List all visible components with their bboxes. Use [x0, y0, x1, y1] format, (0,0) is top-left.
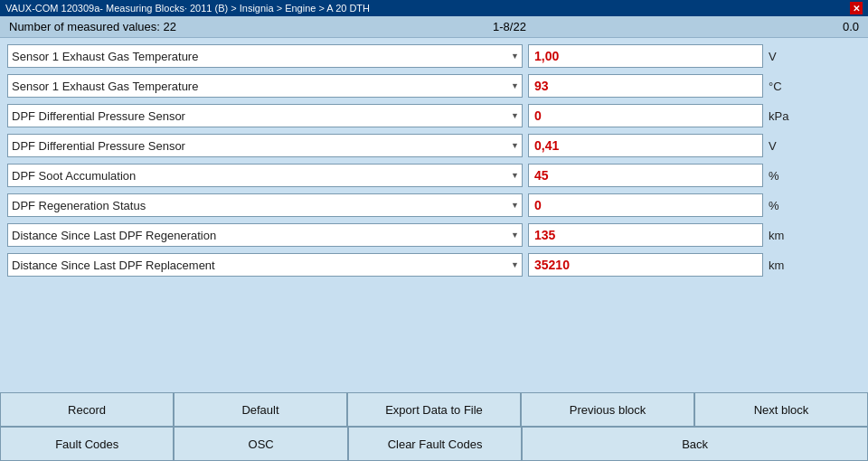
- sensor-value: 35210: [528, 253, 763, 277]
- next-block-button[interactable]: Next block: [694, 392, 868, 427]
- osc-button[interactable]: OSC: [174, 427, 347, 461]
- sensor-unit: km: [769, 229, 800, 242]
- sensor-select-wrapper[interactable]: DPF Regeneration Status: [7, 193, 523, 217]
- title-bar: VAUX-COM 120309a- Measuring Blocks· 2011…: [0, 0, 868, 16]
- sensor-select-wrapper[interactable]: DPF Differential Pressure Sensor: [7, 134, 523, 157]
- clear-fault-codes-button[interactable]: Clear Fault Codes: [348, 427, 522, 461]
- sensor-row: Sensor 1 Exhaust Gas Temperature93°C: [7, 73, 861, 99]
- sensor-row: DPF Regeneration Status0%: [7, 193, 861, 218]
- bottom-buttons: Record Default Export Data to File Previ…: [0, 392, 868, 461]
- sensor-unit: %: [769, 169, 800, 183]
- measured-values-label: Number of measured values: 22: [9, 20, 176, 33]
- sensor-select[interactable]: DPF Differential Pressure Sensor: [7, 104, 523, 127]
- sensor-unit: %: [769, 199, 800, 212]
- sensor-unit: V: [769, 50, 800, 63]
- sensor-row: DPF Differential Pressure Sensor0kPa: [7, 103, 861, 128]
- sensor-value: 0: [528, 193, 763, 217]
- title-text: VAUX-COM 120309a- Measuring Blocks· 2011…: [5, 3, 370, 14]
- main-content: Sensor 1 Exhaust Gas Temperature1,00VSen…: [0, 38, 868, 283]
- fault-codes-button[interactable]: Fault Codes: [0, 427, 174, 461]
- sensor-row: Distance Since Last DPF Replacement35210…: [7, 252, 861, 278]
- previous-block-button[interactable]: Previous block: [521, 392, 694, 427]
- sensor-select[interactable]: Distance Since Last DPF Regeneration: [7, 223, 523, 247]
- sensor-value: 135: [528, 223, 763, 247]
- sensor-select-wrapper[interactable]: Sensor 1 Exhaust Gas Temperature: [7, 74, 523, 98]
- button-row-2: Fault Codes OSC Clear Fault Codes Back: [0, 427, 868, 461]
- sensor-select[interactable]: DPF Regeneration Status: [7, 193, 523, 217]
- sensor-value: 0,41: [528, 134, 763, 157]
- sensor-value: 1,00: [528, 44, 763, 68]
- sensor-row: Sensor 1 Exhaust Gas Temperature1,00V: [7, 43, 861, 69]
- sensor-select[interactable]: DPF Soot Accumulation: [7, 164, 523, 187]
- sensor-row: DPF Differential Pressure Sensor0,41V: [7, 133, 861, 158]
- sensor-value: 93: [528, 74, 763, 98]
- sensor-value: 0: [528, 104, 763, 127]
- sensor-value: 45: [528, 164, 763, 187]
- sensor-row: Distance Since Last DPF Regeneration135k…: [7, 222, 861, 248]
- range-label: 1-8/22: [493, 20, 526, 33]
- sensor-select[interactable]: Sensor 1 Exhaust Gas Temperature: [7, 44, 523, 68]
- sensor-select-wrapper[interactable]: Sensor 1 Exhaust Gas Temperature: [7, 44, 523, 68]
- sensor-select[interactable]: DPF Differential Pressure Sensor: [7, 134, 523, 157]
- sensor-select-wrapper[interactable]: DPF Soot Accumulation: [7, 164, 523, 187]
- sensor-unit: kPa: [769, 109, 800, 123]
- sensor-select-wrapper[interactable]: DPF Differential Pressure Sensor: [7, 104, 523, 127]
- sensor-select[interactable]: Sensor 1 Exhaust Gas Temperature: [7, 74, 523, 98]
- close-button[interactable]: ✕: [850, 2, 863, 14]
- sensor-select-wrapper[interactable]: Distance Since Last DPF Replacement: [7, 253, 523, 277]
- sensor-unit: V: [769, 139, 800, 153]
- back-button[interactable]: Back: [522, 427, 868, 461]
- header-value: 0.0: [843, 20, 859, 33]
- sensor-unit: km: [769, 259, 800, 272]
- header-row: Number of measured values: 22 1-8/22 0.0: [0, 16, 868, 38]
- default-button[interactable]: Default: [174, 392, 347, 427]
- record-button[interactable]: Record: [0, 392, 174, 427]
- sensor-select[interactable]: Distance Since Last DPF Replacement: [7, 253, 523, 277]
- button-row-1: Record Default Export Data to File Previ…: [0, 392, 868, 427]
- export-button[interactable]: Export Data to File: [347, 392, 521, 427]
- sensor-unit: °C: [769, 80, 800, 93]
- sensor-row: DPF Soot Accumulation45%: [7, 163, 861, 188]
- sensor-select-wrapper[interactable]: Distance Since Last DPF Regeneration: [7, 223, 523, 247]
